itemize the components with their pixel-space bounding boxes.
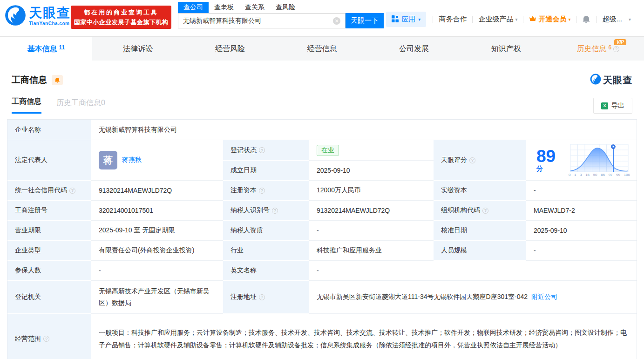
search-tab-relation[interactable]: 查关系 — [239, 2, 270, 13]
promo-badge: 都在用的商业查询工具 国家中小企业发展子基金旗下机构 — [71, 6, 171, 29]
reg-capital-value: 12000万人民币 — [309, 181, 434, 201]
tab-history[interactable]: VIP 历史信息 6 ? — [552, 37, 644, 61]
search-submit-button[interactable]: 天眼一下 — [346, 13, 384, 28]
nav-open-vip-label: 开通会员 — [538, 15, 566, 24]
tick: 3 — [580, 173, 582, 177]
score-value[interactable]: 89 分 — [526, 140, 637, 181]
tab-basic-info[interactable]: 基本信息 11 — [0, 37, 92, 61]
business-term-value: 2025-09-10 至 无固定期限 — [91, 221, 223, 241]
english-name-value: - — [309, 261, 637, 281]
score-label: 天眼评分 ? — [434, 140, 526, 181]
business-scope-label-text: 经营范围 — [15, 335, 41, 343]
notification-bell-icon[interactable] — [582, 15, 590, 24]
export-button[interactable]: X 导出 — [593, 98, 632, 114]
score-axis-ticks: 0 1 3 16 50 85 97 99 100 — [569, 173, 630, 177]
insured-count-value: - — [91, 261, 223, 281]
table-row: 登记机关 无锡高新技术产业开发区（无锡市新吴区）数据局 注册地址 ? 无锡市新吴… — [7, 281, 637, 314]
tab-operating-info[interactable]: 经营信息 — [276, 37, 368, 61]
divider — [596, 16, 597, 23]
monitor-bell-icon[interactable] — [52, 75, 63, 85]
reg-number-label: 工商注册号 — [7, 201, 91, 221]
search-tab-boss[interactable]: 查老板 — [209, 2, 239, 13]
tab-ip[interactable]: 知识产权 — [460, 37, 552, 61]
business-term-label: 营业期限 — [7, 221, 91, 241]
credit-code-label: 统一社会信用代码 ? — [7, 181, 91, 201]
tab-development[interactable]: 公司发展 — [368, 37, 460, 61]
status-badge: 在业 — [317, 145, 339, 156]
staff-size-label: 人员规模 — [434, 241, 526, 261]
chevron-down-icon: ▾ — [568, 17, 570, 22]
taxpayer-id-value: 91320214MAEWJLD72Q — [309, 201, 434, 221]
paid-capital-value: - — [526, 181, 637, 201]
subtab-business-info[interactable]: 工商信息 — [12, 97, 41, 114]
org-code-value: MAEWJLD7-2 — [526, 201, 637, 221]
tick: 1 — [574, 173, 576, 177]
subtab-history-business-info[interactable]: 历史工商信息0 — [56, 98, 105, 114]
chevron-down-icon: ▾ — [418, 17, 420, 22]
tick: 99 — [616, 173, 620, 177]
staff-size-value: - — [526, 241, 637, 261]
score-curve-chart: 0 1 3 16 50 85 97 99 100 — [569, 143, 630, 177]
clear-search-icon[interactable]: ✕ — [333, 17, 340, 25]
top-nav: 应用 ▾ 商务合作 企业级产品 ▾ 开通会员 ▾ 超级... ▾ — [386, 12, 637, 27]
establish-date-value: 2025-09-10 — [309, 161, 434, 181]
reg-status-value: 在业 — [309, 140, 434, 161]
reg-address-label-text: 注册地址 — [230, 293, 257, 301]
company-name-label: 企业名称 — [7, 120, 91, 140]
tick: 97 — [609, 173, 613, 177]
legal-rep-avatar: 蒋 — [99, 151, 117, 169]
credit-code-value: 91320214MAEWJLD72Q — [91, 181, 223, 201]
tab-operation-label: 经营信息 — [307, 44, 337, 54]
reg-address-value: 无锡市新吴区新安街道菱湖大道111-34号无锡软件园天鹅座D座301室-042 … — [309, 281, 637, 314]
approval-date-value: 2025-09-10 — [526, 221, 637, 241]
nearby-companies-link[interactable]: 附近公司 — [531, 293, 557, 301]
reg-authority-label: 登记机关 — [7, 281, 91, 314]
score-number: 89 — [536, 147, 556, 166]
promo-line2: 国家中小企业发展子基金旗下机构 — [74, 18, 169, 27]
reg-capital-label-text: 注册资本 — [230, 186, 257, 195]
chevron-down-icon: ▾ — [629, 17, 631, 22]
apps-label: 应用 — [401, 15, 415, 24]
section-header: 工商信息 天眼查 — [12, 74, 632, 87]
tab-ip-label: 知识产权 — [491, 44, 521, 54]
legal-rep-value: 蒋 蒋燕秋 — [91, 140, 223, 181]
reg-authority-text: 无锡高新技术产业开发区（无锡市新吴区）数据局 — [99, 281, 217, 313]
search-input[interactable] — [178, 17, 333, 25]
business-scope-value: 一般项目：科技推广和应用服务；云计算设备制造；技术服务、技术开发、技术咨询、技术… — [91, 314, 637, 359]
table-row: 法定代表人 蒋 蒋燕秋 登记状态 ? 在业 天眼评分 ? 89 分 — [7, 140, 637, 181]
tianyancha-logo[interactable]: 天眼查 TianYanCha.com — [5, 5, 71, 28]
divider — [576, 16, 576, 23]
reg-capital-label: 注册资本 ? — [223, 181, 309, 201]
card-brand-text: 天眼查 — [603, 74, 632, 87]
reg-status-label: 登记状态 ? — [223, 140, 309, 161]
company-type-label: 企业类型 — [7, 241, 91, 261]
nav-super-account[interactable]: 超级... ▾ — [602, 15, 631, 24]
tab-operating-risk[interactable]: 经营风险 — [184, 37, 276, 61]
tick: 100 — [624, 173, 630, 177]
industry-value: 科技推广和应用服务业 — [309, 241, 434, 261]
nav-open-vip[interactable]: 开通会员 ▾ — [529, 15, 570, 24]
tab-legal-label: 法律诉讼 — [123, 44, 153, 54]
search-tab-company[interactable]: 查公司 — [178, 2, 209, 13]
nav-cooperation[interactable]: 商务合作 — [439, 15, 467, 24]
vip-badge: VIP — [614, 39, 626, 45]
chevron-down-icon: ▾ — [515, 17, 517, 22]
table-row: 经营范围 ? 一般项目：科技推广和应用服务；云计算设备制造；技术服务、技术开发、… — [7, 314, 637, 359]
reg-status-label-text: 登记状态 — [230, 146, 257, 155]
tab-legal[interactable]: 法律诉讼 — [92, 37, 184, 61]
logo-domain: TianYanCha.com — [29, 21, 71, 26]
search-box: ✕ — [178, 13, 346, 28]
help-icon: ? — [272, 208, 278, 214]
help-icon: ? — [482, 208, 488, 214]
help-icon: ? — [613, 46, 619, 52]
search-tab-risk[interactable]: 查风险 — [270, 2, 301, 13]
apps-menu[interactable]: 应用 ▾ — [386, 12, 426, 27]
legal-rep-name-link[interactable]: 蒋燕秋 — [122, 156, 142, 164]
table-row: 企业类型 有限责任公司(外商投资企业投资) 行业 科技推广和应用服务业 人员规模… — [7, 241, 637, 261]
promo-line1: 都在用的商业查询工具 — [84, 8, 158, 17]
tab-history-label: 历史信息 — [576, 44, 606, 54]
table-row: 统一社会信用代码 ? 91320214MAEWJLD72Q 注册资本 ? 120… — [7, 181, 637, 201]
nav-enterprise[interactable]: 企业级产品 ▾ — [478, 15, 517, 24]
taxpayer-id-label: 纳税人识别号 ? — [223, 201, 309, 221]
reg-number-value: 320214001017501 — [91, 201, 223, 221]
